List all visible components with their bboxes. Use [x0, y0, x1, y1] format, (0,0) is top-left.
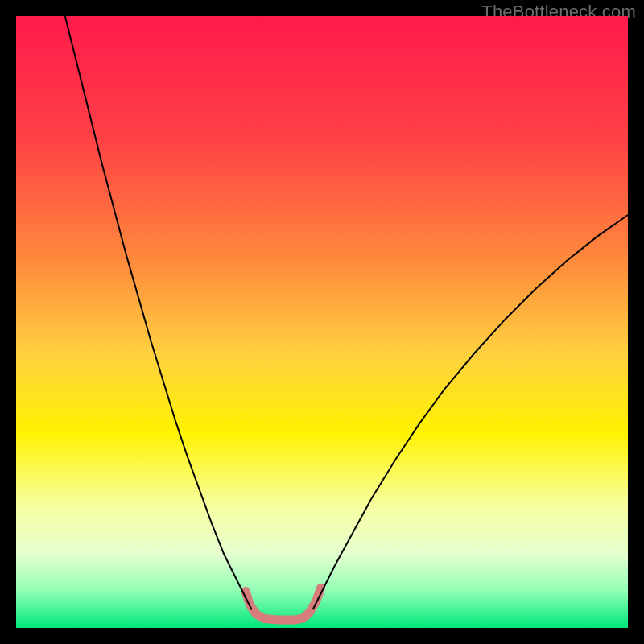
- bottleneck-chart: [16, 16, 628, 628]
- chart-frame: [16, 16, 628, 628]
- chart-background: [16, 16, 628, 628]
